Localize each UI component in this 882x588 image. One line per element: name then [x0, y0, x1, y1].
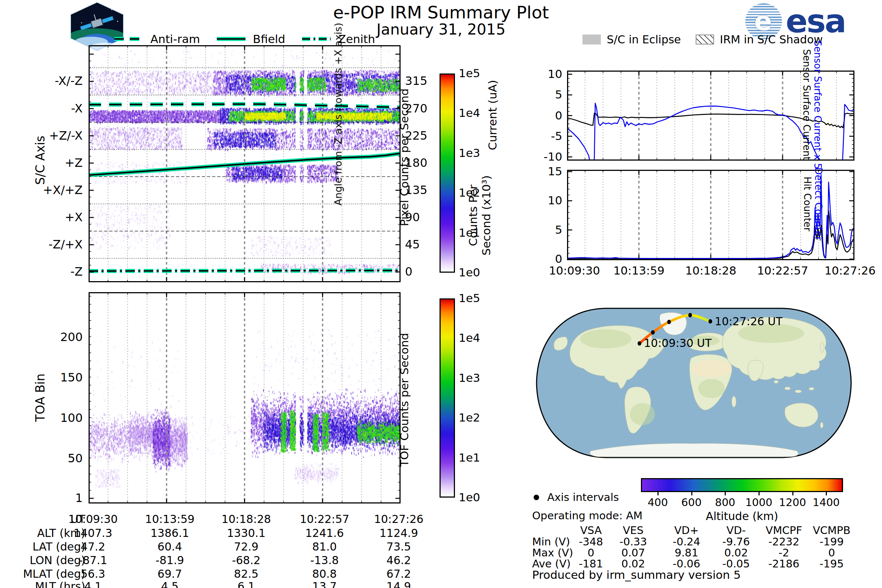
tof-cbar-tick: 1e4: [459, 331, 480, 344]
ephemeris-cell: 47.2: [56, 540, 130, 553]
voltage-col-header: VMCPF: [756, 524, 812, 537]
alt-cbar-tickmark: [657, 492, 658, 495]
tof-cbar-tick: 1e0: [459, 490, 480, 504]
legend-item-anti-ram: Anti-ram: [114, 32, 200, 46]
current-ytick: -10: [522, 150, 562, 163]
ephemeris-cell: 1330.1: [210, 526, 283, 540]
ephemeris-cell: 4.1: [56, 580, 130, 588]
svg-text:10:27:26 UT: 10:27:26 UT: [715, 315, 783, 328]
alt-cbar-tickmark: [725, 492, 726, 495]
counts-ytick: 15: [522, 165, 562, 178]
sc-axis-ytick: +X/+Z: [22, 183, 82, 197]
ephemeris-cell: 82.5: [210, 567, 283, 580]
ephemeris-cell: -87.1: [56, 554, 130, 567]
ephemeris-cell: 10:13:59: [133, 513, 207, 525]
ephemeris-cell: -68.2: [210, 554, 283, 567]
interval-dot-icon: [534, 495, 539, 500]
credit-line: Produced by irm_summary version 5: [532, 568, 741, 581]
legend-item-bfield: Bfield: [216, 32, 285, 46]
sc-axis-spectrogram-grid: [88, 45, 400, 282]
legend-label: Anti-ram: [150, 32, 200, 46]
svg-text:10:09:30 UT: 10:09:30 UT: [644, 337, 712, 350]
hatched-swatch-icon: [696, 34, 714, 45]
ephemeris-cell: 81.0: [288, 540, 361, 553]
current-ytick: 5: [522, 88, 562, 101]
ephemeris-cell: 10:18:28: [210, 513, 283, 525]
ephemeris-cell: 80.8: [288, 567, 361, 580]
voltage-cell: -0.05: [708, 558, 764, 570]
legend-label: S/C in Eclipse: [607, 33, 681, 46]
legend-item-eclipse: S/C in Eclipse: [582, 33, 681, 46]
voltage-cell: -195: [804, 558, 859, 570]
angle-ytick: 90: [405, 210, 442, 224]
ephemeris-cell: 46.2: [362, 554, 435, 567]
altitude-colorbar: [641, 478, 843, 492]
ephemeris-cell: -81.9: [133, 554, 207, 567]
ephemeris-cell: 1124.9: [362, 526, 435, 540]
solid-line-icon: [216, 35, 246, 43]
tof-colorbar-label: TOF Counts per Second: [398, 308, 411, 492]
ephemeris-cell: 10:27:26: [362, 513, 435, 525]
toa-spectrogram-grid: [88, 292, 400, 504]
voltage-cell: 0.02: [606, 558, 661, 570]
counts-ytick: 0: [522, 252, 562, 266]
sc-axis-ytick: -X/-Z: [22, 74, 82, 88]
voltage-cell: -2186: [756, 558, 812, 570]
dashed-line-icon: [114, 35, 144, 43]
sc-axis-ytick: -X: [22, 101, 82, 116]
ephemeris-cell: 69.7: [133, 567, 207, 580]
angle-ytick: 135: [405, 183, 442, 197]
voltage-cell: -199: [804, 536, 859, 548]
ephemeris-cell: 1407.3: [56, 526, 130, 540]
voltage-col-header: VD-: [708, 524, 764, 537]
ephemeris-cell: -13.8: [288, 554, 361, 567]
ephemeris-cell: 1241.6: [288, 526, 361, 540]
tof-cbar-tick: 1e3: [459, 371, 480, 384]
ephemeris-cell: 56.3: [56, 567, 130, 580]
toa-ytick: 1: [40, 491, 82, 505]
sc-axis-ytick: -Z: [22, 265, 82, 279]
alt-cbar-tickmark: [792, 492, 794, 495]
alt-cbar-tickmark: [826, 492, 827, 495]
pixel-cbar-tick: 1e1: [459, 226, 480, 239]
axis-line-legend: Anti-ramBfieldZenith: [88, 32, 400, 46]
counts-ytick: 5: [522, 223, 562, 236]
ephemeris-cell: 4.5: [133, 580, 207, 588]
tof-colorbar: [440, 298, 455, 498]
sc-axis-ytick: -Z/+X: [22, 237, 82, 251]
alt-cbar-tickmark: [759, 492, 760, 495]
pixel-cbar-tick: 1e4: [459, 106, 480, 119]
filled-swatch-icon: [582, 34, 601, 45]
angle-ytick: 180: [405, 156, 442, 170]
ephemeris-cell: 13.7: [288, 580, 361, 588]
toa-ytick: 50: [40, 451, 82, 465]
ephemeris-cell: 73.5: [362, 540, 435, 553]
angle-ytick: 45: [405, 237, 442, 251]
dashdot-line-icon: [302, 35, 332, 43]
axis-intervals-legend: Axis intervals: [534, 491, 619, 504]
voltage-col-header: VD+: [659, 524, 714, 537]
angle-axis-label: Angle from -Z axis (towards +X axis): [333, 19, 344, 210]
voltage-col-header: VCMPB: [804, 524, 859, 537]
counts-ylabel: Counts Per Second (x10³): [466, 153, 493, 278]
operating-mode: Operating mode: AM: [532, 509, 642, 522]
eclipse-shadow-legend: S/C in EclipseIRM in S/C Shadow: [582, 33, 823, 46]
alt-cbar-tick: 1200: [776, 496, 809, 508]
alt-cbar-tickmark: [691, 492, 692, 495]
ephemeris-cell: 72.9: [210, 540, 283, 553]
alt-cbar-tick: 800: [708, 496, 742, 508]
angle-ytick: 315: [405, 74, 442, 88]
voltage-cell: -0.24: [659, 536, 714, 548]
voltage-cell: -9.76: [708, 536, 764, 548]
angle-ytick: 225: [405, 129, 442, 142]
voltage-cell: 0.02: [708, 546, 764, 559]
ephemeris-cell: 67.2: [362, 567, 435, 580]
alt-cbar-tick: 400: [641, 496, 674, 508]
counts-ytick: 10: [522, 194, 562, 207]
pixel-colorbar: [440, 74, 455, 273]
voltage-cell: 0: [804, 546, 859, 559]
sc-axis-ytick: +Z/-X: [22, 129, 82, 142]
current-ytick: 10: [522, 67, 562, 81]
toa-ytick: 200: [40, 330, 82, 344]
ephemeris-cell: 14.9: [362, 580, 435, 588]
